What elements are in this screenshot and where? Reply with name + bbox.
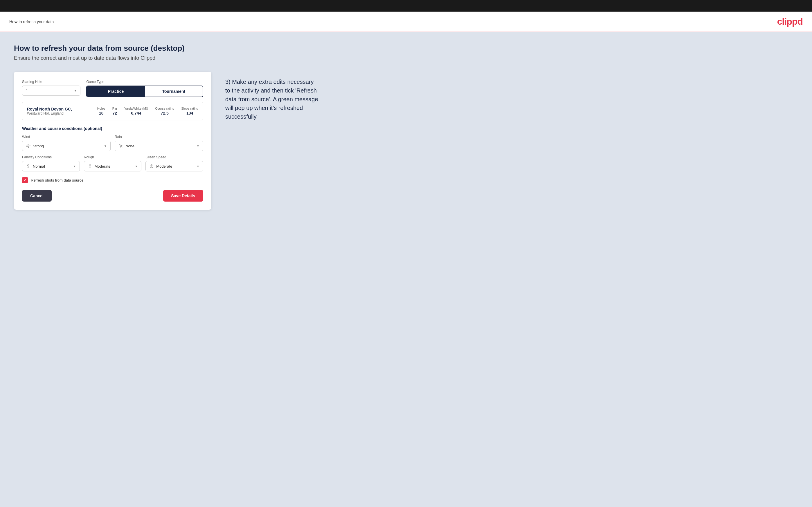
wind-chevron-icon: ▼ [104, 145, 107, 148]
holes-label: Holes [97, 107, 105, 110]
svg-point-0 [120, 145, 121, 147]
starting-hole-value: 1 [26, 89, 28, 93]
top-row: Starting Hole 1 ▼ Game Type Practice Tou… [22, 80, 203, 97]
starting-hole-text: 1 [26, 89, 28, 93]
rain-inner: None [118, 144, 135, 148]
rough-value: Moderate [95, 164, 111, 169]
rain-chevron-icon: ▼ [197, 145, 199, 148]
course-rating-label: Course rating [155, 107, 174, 110]
refresh-row: Refresh shots from data source [22, 177, 203, 183]
fairway-icon [26, 164, 31, 169]
wind-icon [26, 144, 31, 148]
yards-stat: Yards/White (M)) 6,744 [124, 107, 148, 115]
game-type-label: Game Type [86, 80, 203, 84]
header: How to refresh your data clippd [0, 12, 812, 32]
wind-label: Wind [22, 135, 111, 139]
holes-stat: Holes 18 [97, 107, 105, 115]
starting-hole-group: Starting Hole 1 ▼ [22, 80, 81, 97]
rain-label: Rain [115, 135, 203, 139]
svg-point-8 [89, 165, 91, 166]
rough-group: Rough Moderate ▼ [84, 155, 142, 171]
holes-value: 18 [97, 111, 105, 115]
fairway-value: Normal [33, 164, 45, 169]
green-speed-icon [149, 164, 154, 169]
course-rating-value: 72.5 [155, 111, 174, 115]
course-details: Royal North Devon GC, Westward Ho!, Engl… [27, 107, 72, 115]
starting-hole-label: Starting Hole [22, 80, 81, 84]
rain-group: Rain None ▼ [115, 135, 203, 151]
par-value: 72 [112, 111, 117, 115]
conditions-section: Weather and course conditions (optional)… [22, 126, 203, 171]
save-button[interactable]: Save Details [163, 190, 204, 202]
page-subtitle: Ensure the correct and most up to date d… [14, 55, 798, 61]
slope-rating-label: Slope rating [181, 107, 198, 110]
rough-icon [88, 164, 92, 169]
tournament-button[interactable]: Tournament [145, 86, 203, 97]
fairway-group: Fairway Conditions Normal ▼ [22, 155, 80, 171]
starting-hole-chevron-icon: ▼ [74, 89, 77, 92]
main-content: How to refresh your data from source (de… [0, 32, 812, 507]
green-speed-chevron-icon: ▼ [197, 165, 199, 168]
practice-button[interactable]: Practice [87, 86, 145, 97]
refresh-checkbox[interactable] [22, 177, 28, 183]
course-rating-stat: Course rating 72.5 [155, 107, 174, 115]
rain-value: None [125, 144, 135, 148]
game-type-toggle: Practice Tournament [86, 86, 203, 97]
button-row: Cancel Save Details [22, 190, 203, 202]
green-speed-value: Moderate [156, 164, 172, 169]
wind-rain-grid: Wind Strong ▼ Rain [22, 135, 203, 151]
rain-icon [118, 144, 123, 148]
yards-value: 6,744 [124, 111, 148, 115]
header-title: How to refresh your data [9, 19, 54, 24]
par-stat: Par 72 [112, 107, 117, 115]
rain-select[interactable]: None ▼ [115, 141, 203, 151]
rough-label: Rough [84, 155, 142, 159]
fairway-chevron-icon: ▼ [73, 165, 76, 168]
course-name: Royal North Devon GC, [27, 107, 72, 111]
side-text: 3) Make any extra edits necessary to the… [225, 72, 318, 121]
green-speed-inner: Moderate [149, 164, 172, 169]
top-bar [0, 0, 812, 12]
course-stats: Holes 18 Par 72 Yards/White (M)) 6,744 C… [97, 107, 198, 115]
fairway-rough-green-grid: Fairway Conditions Normal ▼ [22, 155, 203, 171]
green-speed-group: Green Speed Moderate ▼ [145, 155, 203, 171]
wind-select[interactable]: Strong ▼ [22, 141, 111, 151]
logo: clippd [777, 16, 803, 27]
course-info: Royal North Devon GC, Westward Ho!, Engl… [22, 102, 203, 120]
slope-rating-stat: Slope rating 134 [181, 107, 198, 115]
svg-point-7 [27, 165, 29, 166]
game-type-group: Game Type Practice Tournament [86, 80, 203, 97]
page-title: How to refresh your data from source (de… [14, 44, 798, 53]
rough-chevron-icon: ▼ [135, 165, 138, 168]
par-label: Par [112, 107, 117, 110]
green-speed-label: Green Speed [145, 155, 203, 159]
fairway-label: Fairway Conditions [22, 155, 80, 159]
rough-select[interactable]: Moderate ▼ [84, 161, 142, 171]
starting-hole-select[interactable]: 1 ▼ [22, 86, 81, 96]
fairway-select[interactable]: Normal ▼ [22, 161, 80, 171]
content-area: Starting Hole 1 ▼ Game Type Practice Tou… [14, 72, 798, 210]
fairway-inner: Normal [26, 164, 45, 169]
wind-value: Strong [33, 144, 44, 148]
wind-group: Wind Strong ▼ [22, 135, 111, 151]
green-speed-select[interactable]: Moderate ▼ [145, 161, 203, 171]
course-location: Westward Ho!, England [27, 111, 72, 115]
yards-label: Yards/White (M)) [124, 107, 148, 110]
rough-inner: Moderate [88, 164, 111, 169]
side-description: 3) Make any extra edits necessary to the… [225, 77, 318, 121]
edit-card: Starting Hole 1 ▼ Game Type Practice Tou… [14, 72, 211, 210]
slope-rating-value: 134 [181, 111, 198, 115]
wind-inner: Strong [26, 144, 44, 148]
refresh-label: Refresh shots from data source [31, 178, 83, 182]
conditions-title: Weather and course conditions (optional) [22, 126, 203, 131]
cancel-button[interactable]: Cancel [22, 190, 52, 202]
